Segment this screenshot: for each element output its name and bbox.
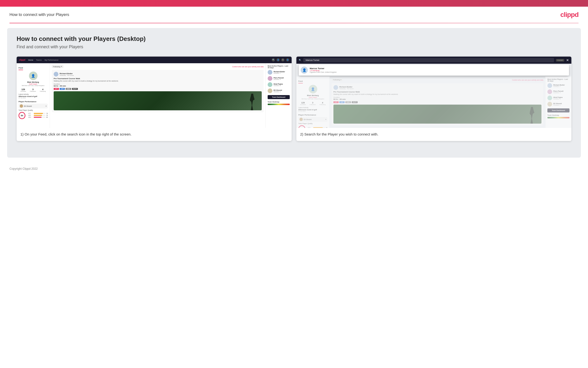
activity-card-1: Richard Butler Yesterday · The Grove Pre… — [52, 70, 263, 112]
dimmed-most-active: Most Active Players - Last 30 days — [547, 78, 570, 82]
top-bar — [0, 0, 588, 7]
caption-text-2: 2) Search for the Player you wish to con… — [300, 132, 568, 137]
dimmed-player-select: Eli Vincent ▾ — [298, 117, 327, 122]
dimmed-quality-label: Total Player Quality — [298, 123, 327, 124]
tag-ott: OTT — [54, 88, 59, 90]
search-result-location: Cypress Point Club, United Kingdom — [310, 71, 337, 73]
nav-teams[interactable]: Teams — [36, 59, 42, 61]
latest-activity-label: Latest Activity — [18, 93, 48, 95]
dimmed-app-body: Feed 👤 Blair McHarg Golf Coach Mill Ride… — [296, 77, 571, 128]
dimmed-heatmap-title: Team Heatmap — [547, 114, 570, 116]
arg-bar: ARG 66 — [28, 117, 48, 118]
dimmed-tag-app: APP — [339, 101, 345, 103]
dimmed-piers-info: Piers Parnell Activities: 4 — [553, 90, 563, 93]
dimmed-name: Blair McHarg — [298, 94, 327, 97]
profile-area-1: 👤 Blair McHarg Golf Coach Mill Ride Golf… — [18, 72, 48, 86]
caption-1: 1) On your Feed, click on the search ico… — [17, 128, 292, 141]
feed-tab-1: Feed 👤 Blair McHarg Golf Coach Mill Ride… — [17, 63, 292, 128]
footer: Copyright Clippd 2022 — [0, 162, 588, 175]
activity-card-desc: Walking the course with my coach to buil… — [54, 80, 262, 82]
caption-2: 2) Search for the Player you wish to con… — [296, 128, 571, 141]
player-eli-info: Eli Vincent Activities: 1 — [273, 89, 282, 92]
dimmed-perf-label: Player Performance — [298, 114, 327, 116]
dimmed-piers-avatar — [547, 89, 552, 94]
dimmed-player-name: Eli Vincent — [304, 119, 325, 120]
dimmed-player-richard: Richard Butler Activities: 7 — [547, 83, 570, 88]
control-link[interactable]: Control who can see your activity and da… — [232, 66, 263, 67]
app-screenshot-2: 🔍 Marcus Turner CLEAR ✕ 👤 Marcus Turner … — [296, 56, 571, 128]
search-result-info: Marcus Turner 1-5 Handicap Cypress Point… — [310, 67, 337, 73]
dimmed-eli-avatar — [547, 102, 552, 107]
user-date: Yesterday · The Grove — [60, 75, 74, 76]
stat-activities: 129 Activities — [20, 88, 26, 92]
search-result-avatar: 👤 — [301, 66, 308, 74]
dimmed-heatmap-bar — [547, 117, 570, 118]
main-subtitle: Find and connect with your Players — [17, 45, 571, 49]
dimmed-tag-arg: ARG — [345, 101, 351, 103]
ott-bar: OTT 79 — [28, 113, 48, 114]
dimmed-following-row: Following ▾ Control who can see your act… — [332, 78, 543, 81]
dimmed-following-btn: Following ▾ — [332, 78, 343, 81]
dimmed-eli-info: Eli Vincent Activities: 1 — [553, 103, 562, 106]
dimmed-quality: 84 OTT 79 APP 70 — [298, 125, 327, 128]
search-input[interactable]: Marcus Turner — [303, 58, 554, 62]
dimmed-act-date: 27 Jul 2022 — [298, 110, 327, 112]
tag-putt: PUTT — [72, 88, 78, 90]
dimmed-card-header: Richard Butler Yesterday · The Grove — [333, 85, 542, 90]
following-button[interactable]: Following ▾ — [52, 65, 63, 68]
search-bar: 🔍 Marcus Turner CLEAR ✕ — [296, 56, 571, 64]
search-result-marcus[interactable]: 👤 Marcus Turner 1-5 Handicap Cypress Poi… — [301, 66, 567, 74]
avatar-icon[interactable]: 👤 — [286, 58, 289, 62]
search-close-button[interactable]: ✕ — [566, 58, 569, 62]
settings-icon[interactable]: ⚙ — [281, 58, 284, 62]
dimmed-tag-putt: PUTT — [352, 101, 358, 103]
activity-image — [54, 91, 262, 110]
stat-followers: 3 Followers — [30, 88, 36, 92]
search-results: 👤 Marcus Turner 1-5 Handicap Cypress Poi… — [299, 65, 569, 76]
user-avatar-richard — [54, 72, 58, 77]
player-select-name: Eli Vincent — [24, 105, 45, 107]
team-dashboard-button[interactable]: Team Dashboard — [268, 95, 290, 99]
dimmed-hiral-info: Hiral Pujara Activities: 3 — [553, 97, 562, 100]
dimmed-activity-card: Richard Butler Yesterday · The Grove Pre… — [332, 83, 543, 126]
avatar-hiral — [268, 82, 272, 87]
dimmed-arrow: ▾ — [325, 118, 326, 120]
user-icon[interactable]: 👤 — [276, 58, 280, 62]
search-clear-button[interactable]: CLEAR — [556, 59, 564, 62]
dimmed-role: Golf Coach — [298, 97, 327, 98]
player-performance-label: Player Performance — [18, 101, 48, 103]
dimmed-left-panel: Feed 👤 Blair McHarg Golf Coach Mill Ride… — [296, 77, 330, 128]
profile-stats-1: 129 Activities 3 Followers 4 Following — [18, 88, 48, 92]
dimmed-feed-label: Feed — [298, 80, 303, 83]
main-title: How to connect with your Players (Deskto… — [17, 35, 571, 43]
avatar-eli — [268, 88, 272, 93]
avatar-piers — [268, 76, 272, 81]
activity-tags: OTT APP ARG PUTT — [54, 88, 262, 90]
dimmed-tags: OTT APP ARG PUTT — [333, 101, 542, 103]
dimmed-stat-fol: 3 Followers — [310, 101, 316, 105]
nav-performance[interactable]: My Performance — [44, 59, 58, 61]
nav-home[interactable]: Home — [28, 59, 33, 61]
player-richard: Richard Butler Activities: 7 — [268, 70, 290, 75]
heatmap-bar — [268, 104, 290, 105]
dimmed-stats: 129 Activities 3 Followers 4 Following — [298, 101, 327, 105]
avatar-richard — [268, 70, 272, 75]
player-select-1[interactable]: Eli Vincent ▾ — [18, 104, 48, 108]
app-nav-1: clippd Home Teams My Performance 🔍 👤 ⚙ 👤 — [17, 56, 292, 63]
player-piers-info: Piers Parnell Activities: 4 — [273, 77, 284, 80]
most-active-title: Most Active Players - Last 30 days — [268, 65, 290, 68]
dimmed-right: Most Active Players - Last 30 days Richa… — [545, 77, 571, 128]
dimmed-tag-ott: OTT — [333, 101, 339, 103]
duration-val: 02 hr : 00 min — [54, 85, 66, 87]
header-divider — [9, 23, 579, 23]
feed-label-1[interactable]: Feed — [18, 67, 23, 70]
dimmed-player-piers: Piers Parnell Activities: 4 — [547, 89, 570, 94]
dimmed-stat-fowing: 4 Following — [320, 101, 325, 105]
dimmed-stat-act: 129 Activities — [300, 101, 306, 105]
quality-score: 84 — [18, 112, 26, 119]
app-logo-1: clippd — [19, 59, 26, 61]
copyright: Copyright Clippd 2022 — [9, 167, 38, 170]
duration-label: Duration 02 hr : 00 min — [54, 83, 262, 87]
search-icon[interactable]: 🔍 — [272, 58, 275, 62]
dimmed-ott: OTT 79 — [308, 127, 327, 128]
